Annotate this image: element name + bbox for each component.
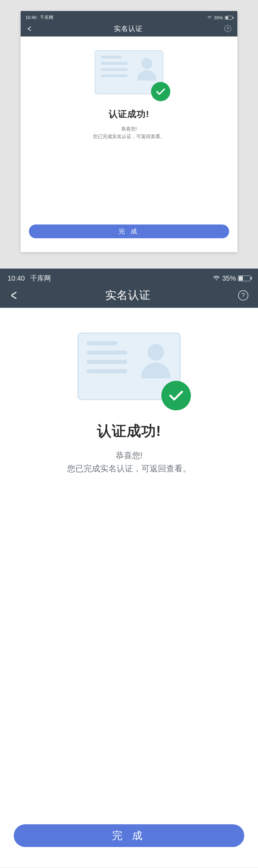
success-check-icon (161, 381, 191, 410)
header-bar: 10:40 千库网 35% < 实名认证 ? (21, 11, 237, 36)
success-title: 认证成功! (109, 108, 149, 120)
nav-bar: < 实名认证 ? (0, 283, 258, 308)
status-time: 10:40 (25, 15, 37, 20)
done-button-label: 完 成 (112, 829, 146, 843)
battery-icon (238, 275, 250, 281)
back-button[interactable]: < (11, 288, 17, 303)
status-carrier: 千库网 (30, 274, 51, 282)
nav-bar: < 实名认证 ? (21, 21, 237, 36)
page-background: 10:40 千库网 35% < 实名认证 ? (0, 0, 258, 868)
subtitle-line2: 您已完成实名认证，可返回查看。 (93, 133, 165, 140)
header-bar: 10:40 千库网 35% < 实名认证 ? (0, 269, 258, 308)
help-button[interactable]: ? (224, 25, 231, 32)
success-subtitle: 恭喜您! 您已完成实名认证，可返回查看。 (93, 125, 165, 140)
help-icon: ? (226, 26, 229, 31)
wifi-icon (213, 275, 220, 281)
status-right: 35% (213, 274, 250, 282)
done-button-label: 完 成 (119, 227, 139, 236)
help-icon: ? (241, 292, 245, 299)
full-screen-view: 10:40 千库网 35% < 实名认证 ? (0, 269, 258, 868)
wifi-icon (207, 16, 212, 19)
content-area: 认证成功! 恭喜您! 您已完成实名认证，可返回查看。 完 成 (0, 308, 258, 868)
help-button[interactable]: ? (238, 290, 248, 301)
status-bar: 10:40 千库网 35% (21, 14, 237, 21)
person-silhouette-icon (141, 344, 171, 378)
battery-percent: 35% (222, 274, 236, 282)
page-title: 实名认证 (105, 288, 151, 303)
id-card-illustration (95, 50, 163, 94)
status-bar: 10:40 千库网 35% (0, 273, 258, 283)
done-button[interactable]: 完 成 (14, 824, 244, 847)
battery-percent: 35% (214, 15, 223, 20)
success-subtitle: 恭喜您! 您已完成实名认证，可返回查看。 (67, 449, 191, 475)
success-check-icon (151, 82, 170, 101)
content-area: 认证成功! 恭喜您! 您已完成实名认证，可返回查看。 完 成 (21, 36, 237, 252)
subtitle-line1: 恭喜您! (93, 125, 165, 133)
back-button[interactable]: < (28, 24, 31, 33)
id-card-illustration (77, 333, 181, 400)
done-button[interactable]: 完 成 (29, 224, 229, 238)
device-mock-card: 10:40 千库网 35% < 实名认证 ? (21, 11, 237, 252)
success-title: 认证成功! (97, 421, 161, 441)
status-carrier: 千库网 (40, 15, 53, 20)
subtitle-line2: 您已完成实名认证，可返回查看。 (67, 462, 191, 475)
status-left: 10:40 千库网 (8, 274, 51, 283)
status-left: 10:40 千库网 (25, 14, 53, 21)
page-title: 实名认证 (114, 24, 143, 33)
status-time: 10:40 (8, 274, 25, 282)
status-right: 35% (207, 15, 233, 20)
person-silhouette-icon (137, 58, 157, 81)
subtitle-line1: 恭喜您! (67, 449, 191, 462)
battery-icon (225, 16, 233, 20)
